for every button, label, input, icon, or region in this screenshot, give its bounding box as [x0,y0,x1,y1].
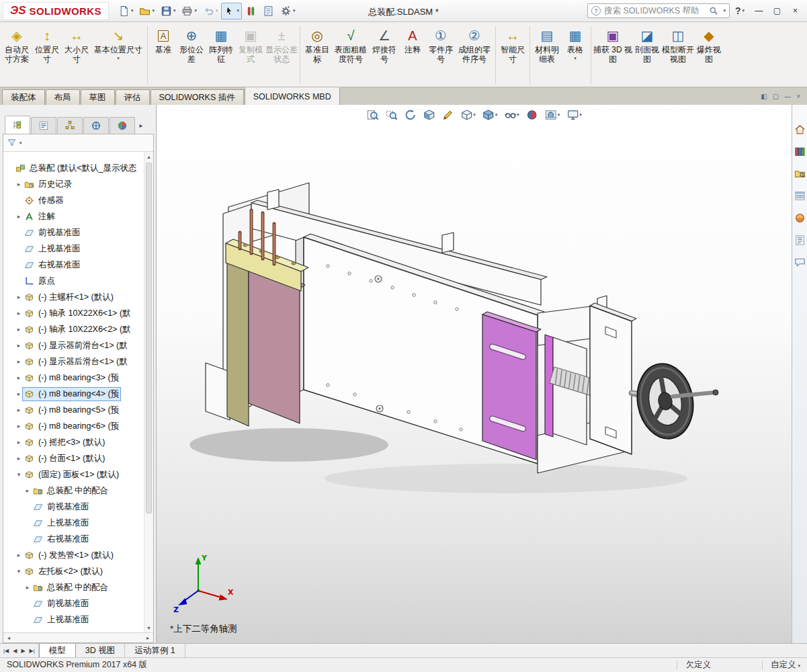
section-view-toggle-button[interactable] [422,108,435,122]
section-view-button[interactable]: ◪剖面视图 [632,24,662,87]
tab-scroll-button-0[interactable]: |◀ [1,648,11,654]
tree-item-front-plane[interactable]: 前视基准面 [5,595,143,612]
tree-item-component-m8-bearing-3[interactable]: ▸(-) m8 bearing<3> (预 [5,370,143,386]
search-icon[interactable] [709,6,718,15]
scroll-track[interactable] [144,161,153,623]
note-button[interactable]: A注释 [399,24,426,87]
undo-button[interactable]: ▾ [200,3,221,19]
print-button[interactable]: ▾ [179,3,200,19]
restore-document-button[interactable]: ▢ [773,93,779,100]
view-palette-button[interactable] [794,190,806,204]
auto-dimension-scheme-button[interactable]: ◈自动尺寸方案 [1,24,32,87]
previous-view-button[interactable] [403,108,417,122]
expand-arrow-icon[interactable]: ▸ [15,390,23,397]
expand-arrow-icon[interactable]: ▸ [15,310,23,317]
tree-item-front-plane[interactable]: 前视基准面 [5,224,143,241]
tree-item-front-plane[interactable]: 前视基准面 [5,499,143,515]
filter-caret[interactable]: ▾ [19,140,22,146]
customize-menu[interactable]: 自定义▾ [771,659,800,671]
tree-item-assembly-root[interactable]: 总装配 (默认<默认_显示状态 [5,160,143,176]
tree-filter-bar[interactable]: ▾ [3,134,153,152]
tree-item-mates-folder[interactable]: ▸总装配 中的配合 [5,579,143,595]
minimize-button[interactable]: — [750,3,768,19]
expand-arrow-icon[interactable]: ▸ [24,487,32,494]
solidworks-resources-button[interactable] [794,124,806,137]
tree-item-top-plane[interactable]: 上视基准面 [5,515,143,531]
tree-item-component-m8-bearing-4[interactable]: ▸(-) m8 bearing<4> (预 [5,386,143,402]
tab-solidworks-addins[interactable]: SOLIDWORKS 插件 [151,89,244,105]
size-dimension-button[interactable]: ↔大小尺寸 [62,24,91,87]
surface-finish-symbol-button[interactable]: √表面粗糙度符号 [332,24,370,87]
scroll-thumb[interactable] [146,163,152,513]
basic-location-dimension-button[interactable]: ↘基本位置尺寸▾ [91,24,145,87]
dimxpertmanager-tab[interactable] [83,117,109,134]
model-end-bracket[interactable] [590,296,636,454]
close-document-button[interactable]: × [796,93,800,100]
model-left-stack[interactable] [206,210,308,426]
expand-arrow-icon[interactable]: ▸ [15,407,23,413]
datum-button[interactable]: A基准 [150,24,177,87]
tree-item-top-plane[interactable]: 上视基准面 [5,241,143,257]
apply-scene-button[interactable]: ▾ [544,108,561,122]
graphics-area[interactable]: ▾▾▾▾▾ [157,105,792,643]
expand-arrow-icon[interactable]: ▸ [15,552,23,558]
show-tolerance-status-button[interactable]: ±显示公差状态 [265,24,298,87]
tab-assembly[interactable]: 装配体 [2,89,45,105]
expand-arrow-icon[interactable]: ▸ [15,342,23,349]
smart-dimension-button[interactable]: ↔智能尺寸 [498,24,527,87]
datum-target-button[interactable]: ◎基准目标 [302,24,332,87]
display-style-button[interactable]: ▾ [482,108,499,122]
tree-vertical-scrollbar[interactable]: ▴ ▾ [144,152,153,632]
scroll-up-button[interactable]: ▴ [144,152,153,161]
tab-3d-views[interactable]: 3D 视图 [76,644,125,657]
tree-horizontal-scrollbar[interactable]: ◂ ▸ [3,632,153,642]
tree-item-sensors-folder[interactable]: 传感器 [5,192,143,208]
expand-arrow-icon[interactable]: ▾ [15,471,23,478]
model-handle-knob[interactable] [713,390,718,395]
model-break-view-button[interactable]: ◫模型断开视图 [662,24,694,87]
tree-item-annotations-folder[interactable]: ▸注解 [5,208,143,224]
expand-arrow-icon[interactable]: ▾ [15,568,23,575]
minimize-document-button[interactable]: — [784,93,791,100]
tree-item-right-plane[interactable]: 右视基准面 [5,257,143,273]
tree-item-component-left-bracket[interactable]: ▾左托板<2> (默认) [5,563,143,579]
file-properties-button[interactable] [260,3,277,19]
model-magenta-strip[interactable] [545,335,553,437]
tree-item-mates-folder[interactable]: ▸总装配 中的配合 [5,482,143,499]
solidworks-forum-button[interactable] [794,257,806,270]
tree-item-component-table-top[interactable]: ▸(-) 台面<1> (默认) [5,450,143,466]
pattern-feature-button[interactable]: ▦阵列特征 [206,24,236,87]
tree-item-right-plane[interactable]: 右视基准面 [5,531,143,547]
tree-item-component-heating-tube[interactable]: ▸(-) 发热管<1> (默认) [5,547,143,563]
expand-arrow-icon[interactable]: ▸ [15,439,23,446]
tree-item-component-front-slide[interactable]: ▸(-) 显示器前滑台<1> (默 [5,337,143,353]
tables-button[interactable]: ▦表格▾ [562,24,589,87]
tree-item-component-m8-bearing-6[interactable]: ▸(-) m8 bearing<6> (预 [5,418,143,434]
tab-model[interactable]: 模型 [39,644,76,657]
help-button[interactable]: ? ▾ [732,5,748,16]
auto-balloon-button[interactable]: ②成组的零件序号 [456,24,493,87]
close-button[interactable]: × [786,3,804,19]
exploded-view-button[interactable]: ◆爆炸视图 [694,24,724,87]
open-button[interactable]: ▾ [136,3,157,19]
scroll-down-button[interactable]: ▾ [144,623,153,632]
new-document-button[interactable]: ▾ [116,3,136,19]
displaymanager-tab[interactable] [110,117,135,134]
scroll-right-button[interactable]: ▸ [142,635,153,641]
location-dimension-button[interactable]: ↕位置尺寸 [32,24,62,87]
view-orientation-button[interactable]: ▾ [460,108,476,122]
model-purple-panel[interactable] [482,312,541,460]
model-handwheel[interactable] [632,360,699,444]
tab-scroll-button-3[interactable]: ▶| [28,648,37,654]
expand-arrow-icon[interactable]: ▸ [15,294,23,300]
custom-properties-button[interactable] [794,235,806,248]
balloon-button[interactable]: ①零件序号 [426,24,456,87]
copy-scheme-button[interactable]: ▣复制模式 [236,24,265,87]
tree-item-component-rear-slide[interactable]: ▸(-) 显示器后滑台<1> (默 [5,353,143,370]
bill-of-materials-button[interactable]: ▤材料明细表 [532,24,562,87]
capture-3d-view-button[interactable]: ▣捕获 3D 视图 [593,24,632,87]
expand-arrow-icon[interactable]: ▸ [15,326,23,333]
expand-arrow-icon[interactable]: ▸ [15,455,23,462]
assembly-3d-model[interactable] [157,105,792,643]
expand-arrow-icon[interactable]: ▸ [15,374,23,381]
